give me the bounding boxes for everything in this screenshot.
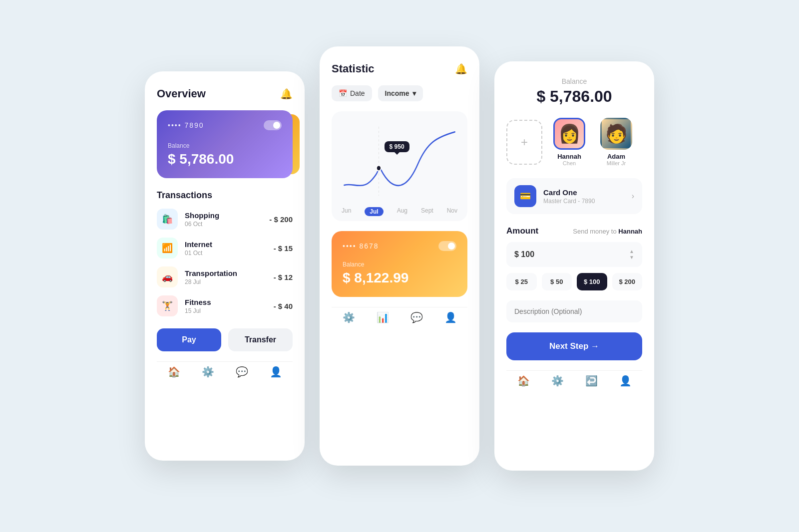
action-buttons: Pay Transfer xyxy=(157,328,293,351)
income-filter[interactable]: Income ▾ xyxy=(378,85,423,101)
nav-profile-3[interactable]: 👤 xyxy=(619,375,632,387)
overview-header: Overview 🔔 xyxy=(157,87,293,100)
phone-transfer: Balance $ 5,786.00 + 👩 Hannah Chen 🧑 Ada… xyxy=(494,61,654,471)
card-number-row: •••• 7890 xyxy=(168,120,282,130)
tx-amount-shopping: - $ 200 xyxy=(269,215,293,224)
tx-date-shopping: 06 Oct xyxy=(185,221,269,228)
transaction-shopping: 🛍️ Shopping 06 Oct - $ 200 xyxy=(157,209,293,230)
transfer-button[interactable]: Transfer xyxy=(228,328,293,351)
nav-home-1[interactable]: 🏠 xyxy=(168,366,180,378)
card-toggle[interactable] xyxy=(264,120,282,130)
bell-icon-2[interactable]: 🔔 xyxy=(455,63,467,75)
card-icon-box: 💳 xyxy=(514,185,536,207)
balance-label-top: Balance xyxy=(506,77,642,85)
add-recipient-button[interactable]: + xyxy=(506,120,542,165)
amount-to: Send money to Hannah xyxy=(573,228,642,235)
nav-chart-2[interactable]: 📊 xyxy=(377,311,389,323)
nav-settings-1[interactable]: ⚙️ xyxy=(202,366,214,378)
tx-date-internet: 01 Oct xyxy=(185,250,274,257)
card-sub: Master Card - 7890 xyxy=(543,198,632,205)
tx-info-shopping: Shopping 06 Oct xyxy=(185,211,269,228)
nav-messages-2[interactable]: 💬 xyxy=(410,311,423,323)
tx-name-internet: Internet xyxy=(185,240,274,249)
nav-home-3[interactable]: 🏠 xyxy=(517,375,530,387)
shopping-icon: 🛍️ xyxy=(157,209,178,230)
orange-card-dots: •••• 8678 xyxy=(343,242,379,250)
transaction-fitness: 🏋️ Fitness 15 Jul - $ 40 xyxy=(157,295,293,316)
quick-amounts: $ 25 $ 50 $ 100 $ 200 xyxy=(506,273,642,290)
chart-label-aug: Aug xyxy=(397,207,407,216)
card-wrapper: •••• 7890 Balance $ 5,786.00 xyxy=(157,110,293,178)
quick-50[interactable]: $ 50 xyxy=(542,273,572,290)
stepper-down[interactable]: ▼ xyxy=(629,255,634,260)
chart-dot xyxy=(377,166,381,171)
recipients-row: + 👩 Hannah Chen 🧑 Adam Miller Jr xyxy=(506,118,642,166)
date-filter[interactable]: 📅 Date xyxy=(332,85,372,101)
amount-header: Amount Send money to Hannah xyxy=(506,226,642,236)
avatar-adam: 🧑 xyxy=(600,118,632,150)
recipient-adam[interactable]: 🧑 Adam Miller Jr xyxy=(596,118,636,166)
nav-profile-1[interactable]: 👤 xyxy=(270,366,282,378)
transaction-internet: 📶 Internet 01 Oct - $ 15 xyxy=(157,238,293,259)
phone-overview: Overview 🔔 •••• 7890 Balance $ 5,786.00 … xyxy=(145,71,305,461)
chart-label-sept: Sept xyxy=(421,207,433,216)
tx-name-fitness: Fitness xyxy=(185,298,274,306)
nav-settings-3[interactable]: ⚙️ xyxy=(551,375,564,387)
quick-25[interactable]: $ 25 xyxy=(506,273,537,290)
card-info: Card One Master Card - 7890 xyxy=(543,188,632,205)
nav-transfer-3[interactable]: ↩️ xyxy=(585,375,598,387)
description-input[interactable] xyxy=(506,300,642,322)
tx-name-transport: Transportation xyxy=(185,269,274,277)
bottom-nav-1: 🏠 ⚙️ 💬 👤 xyxy=(157,361,293,380)
bottom-nav-2: ⚙️ 📊 💬 👤 xyxy=(332,307,467,325)
nav-profile-2[interactable]: 👤 xyxy=(444,311,457,323)
card-selector[interactable]: 💳 Card One Master Card - 7890 › xyxy=(506,178,642,214)
recipient-hannah[interactable]: 👩 Hannah Chen xyxy=(549,118,589,166)
tx-info-fitness: Fitness 15 Jul xyxy=(185,298,274,314)
calendar-icon: 📅 xyxy=(339,89,347,97)
stat-title: Statistic xyxy=(332,62,375,75)
stepper-up[interactable]: ▲ xyxy=(629,249,634,254)
transport-icon: 🚗 xyxy=(157,266,178,287)
nav-messages-1[interactable]: 💬 xyxy=(236,366,248,378)
chart-label-nov: Nov xyxy=(447,207,457,216)
orange-balance-amount: $ 8,122.99 xyxy=(343,270,456,286)
orange-card-row: •••• 8678 xyxy=(343,241,456,251)
chevron-right-icon: › xyxy=(632,192,634,201)
recipient-sub-adam: Miller Jr xyxy=(607,160,626,166)
tx-info-internet: Internet 01 Oct xyxy=(185,240,274,257)
quick-200[interactable]: $ 200 xyxy=(612,273,643,290)
chart-label-jun: Jun xyxy=(342,207,351,216)
amount-section: Amount Send money to Hannah $ 100 ▲ ▼ $ … xyxy=(506,226,642,290)
stat-header: Statistic 🔔 xyxy=(332,62,467,75)
fitness-icon: 🏋️ xyxy=(157,295,178,316)
chart-label-jul[interactable]: Jul xyxy=(365,207,383,216)
amount-title: Amount xyxy=(506,226,538,236)
tx-amount-internet: - $ 15 xyxy=(274,244,293,253)
tx-date-transport: 28 Jul xyxy=(185,278,274,285)
recipient-name-hannah: Hannah xyxy=(557,153,581,160)
chart-labels: Jun Jul Aug Sept Nov xyxy=(340,207,459,216)
amount-input-row[interactable]: $ 100 ▲ ▼ xyxy=(506,242,642,267)
chart-container: $ 950 Jun Jul Aug Sept Nov xyxy=(332,111,467,221)
tx-date-fitness: 15 Jul xyxy=(185,307,274,314)
nav-settings-2[interactable]: ⚙️ xyxy=(343,311,355,323)
tx-info-transport: Transportation 28 Jul xyxy=(185,269,274,285)
tx-amount-fitness: - $ 40 xyxy=(274,302,293,310)
amount-value: $ 100 xyxy=(514,250,534,259)
orange-balance-label: Balance xyxy=(343,261,456,268)
pay-button[interactable]: Pay xyxy=(157,328,221,351)
internet-icon: 📶 xyxy=(157,238,178,259)
amount-stepper[interactable]: ▲ ▼ xyxy=(629,249,634,260)
tx-amount-transport: - $ 12 xyxy=(274,273,293,281)
card-name: Card One xyxy=(543,188,632,197)
recipient-sub-hannah: Chen xyxy=(563,160,576,166)
orange-card-toggle[interactable] xyxy=(438,241,456,251)
income-filter-label: Income xyxy=(385,89,409,97)
next-step-button[interactable]: Next Step → xyxy=(506,332,642,360)
phones-container: Overview 🔔 •••• 7890 Balance $ 5,786.00 … xyxy=(145,61,654,471)
line-chart xyxy=(340,121,459,201)
tx-name-shopping: Shopping xyxy=(185,211,269,220)
bell-icon-1[interactable]: 🔔 xyxy=(280,88,293,100)
quick-100[interactable]: $ 100 xyxy=(577,273,607,290)
